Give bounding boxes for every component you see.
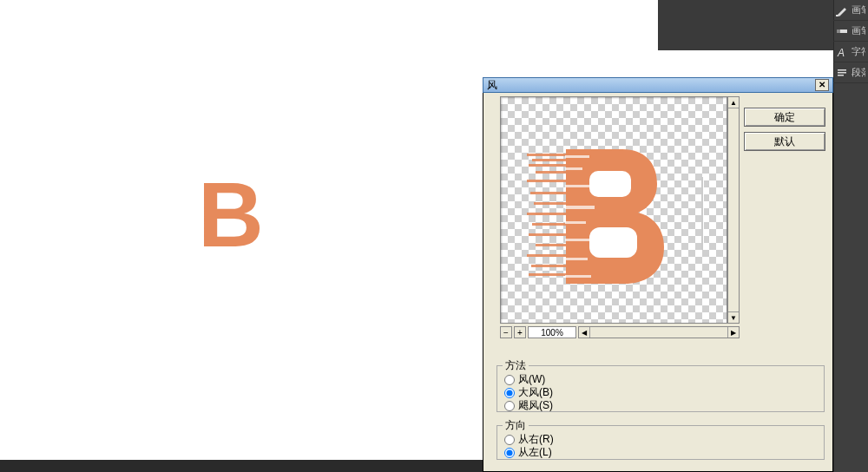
svg-rect-6 xyxy=(838,75,844,76)
right-dark-strip xyxy=(658,0,833,50)
ok-button[interactable]: 确定 xyxy=(744,108,825,127)
panel-label: 画笔 xyxy=(852,24,865,37)
panel-brush-preset[interactable]: 画笔 xyxy=(833,21,868,42)
method-group: 方法 风(W) 大风(B) 飓风(S) xyxy=(496,358,825,412)
scroll-right-button[interactable]: ▶ xyxy=(727,327,739,338)
direction-option-left[interactable]: 从左(L) xyxy=(497,446,824,459)
method-option-storm[interactable]: 飓风(S) xyxy=(497,399,824,412)
dialog-title: 风 xyxy=(487,78,815,93)
radio-from-right[interactable] xyxy=(504,435,515,445)
zoom-in-button[interactable]: + xyxy=(514,326,526,338)
svg-rect-31 xyxy=(565,275,591,278)
minus-icon: − xyxy=(503,328,509,338)
default-button[interactable]: 默认 xyxy=(744,132,825,151)
close-icon: ✕ xyxy=(819,81,825,89)
canvas-letter-B: B xyxy=(198,169,264,260)
radio-storm[interactable] xyxy=(504,401,515,411)
svg-rect-29 xyxy=(565,239,591,241)
method-option-wind[interactable]: 风(W) xyxy=(497,373,824,386)
svg-rect-4 xyxy=(838,69,846,71)
zoom-percent[interactable]: 100% xyxy=(528,326,576,338)
radio-blast[interactable] xyxy=(504,388,515,398)
filter-preview[interactable] xyxy=(500,96,727,324)
panel-label: 段落 xyxy=(852,66,865,79)
svg-rect-27 xyxy=(565,206,595,209)
panel-character[interactable]: A 字符 xyxy=(833,42,868,62)
method-legend: 方法 xyxy=(503,358,529,373)
svg-rect-28 xyxy=(565,221,586,224)
svg-rect-22 xyxy=(589,171,631,197)
svg-rect-0 xyxy=(836,15,838,16)
svg-rect-25 xyxy=(565,167,582,170)
docked-panels[interactable]: 画笔 画笔 A 字符 段落 xyxy=(833,0,868,472)
opt-label: 飓风(S) xyxy=(518,398,553,413)
radio-from-left[interactable] xyxy=(504,448,515,458)
scroll-up-button[interactable]: ▲ xyxy=(728,97,739,108)
default-label: 默认 xyxy=(774,134,795,149)
ok-label: 确定 xyxy=(774,110,795,125)
preview-vertical-scrollbar[interactable]: ▲ ▼ xyxy=(727,96,740,324)
preview-side-guide xyxy=(701,177,703,250)
svg-rect-5 xyxy=(838,72,846,74)
dialog-titlebar[interactable]: 风 ✕ xyxy=(483,77,833,93)
plus-icon: + xyxy=(517,328,523,338)
scroll-left-button[interactable]: ◀ xyxy=(579,327,590,338)
close-button[interactable]: ✕ xyxy=(815,79,829,91)
panel-label: 字符 xyxy=(852,45,865,58)
svg-rect-26 xyxy=(565,185,591,187)
panel-paragraph[interactable]: 段落 xyxy=(833,62,868,83)
zoom-out-button[interactable]: − xyxy=(500,326,512,338)
method-option-blast[interactable]: 大风(B) xyxy=(497,386,824,399)
zoom-controls: − + 100% ◀ ▶ xyxy=(500,326,740,338)
opt-label: 从左(L) xyxy=(518,445,552,460)
preview-letter-wind xyxy=(527,145,666,292)
direction-group: 方向 从右(R) 从左(L) xyxy=(496,418,825,460)
svg-rect-2 xyxy=(837,30,840,33)
preview-horizontal-scrollbar[interactable]: ◀ ▶ xyxy=(578,326,740,338)
radio-wind[interactable] xyxy=(504,375,515,385)
svg-rect-30 xyxy=(565,258,588,260)
panel-brush[interactable]: 画笔 xyxy=(833,0,868,21)
svg-text:A: A xyxy=(837,47,845,58)
scroll-down-button[interactable]: ▼ xyxy=(728,311,739,323)
direction-option-right[interactable]: 从右(R) xyxy=(497,433,824,446)
svg-rect-23 xyxy=(589,227,637,258)
panel-label: 画笔 xyxy=(852,3,865,16)
svg-rect-24 xyxy=(565,155,589,158)
direction-legend: 方向 xyxy=(503,418,529,433)
